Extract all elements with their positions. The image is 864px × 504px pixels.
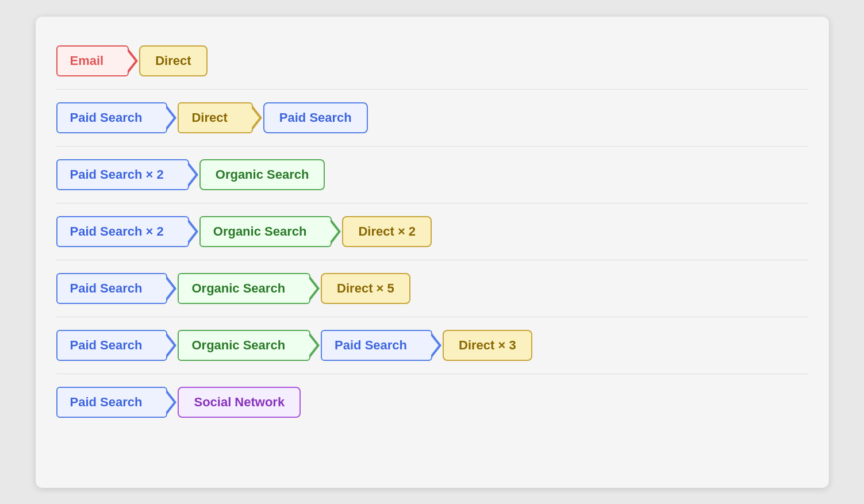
row-2: Paid SearchDirectPaid Search [56,90,808,147]
chip-wrap: Organic Search [178,273,316,304]
row-6: Paid SearchOrganic SearchPaid SearchDire… [56,317,808,374]
chip-blue-arrow[interactable]: Paid Search [56,330,168,361]
chip-green-arrow[interactable]: Organic Search [178,273,310,304]
chip-wrap: Direct [178,102,258,133]
chip-wrap: Paid Search [56,273,174,304]
chip-wrap: Email [56,45,135,76]
chip-blue-box[interactable]: Paid Search [263,102,368,133]
row-4: Paid Search × 2Organic SearchDirect × 2 [56,203,808,260]
chip-wrap: Social Network [178,387,301,418]
row-3: Paid Search × 2Organic Search [56,147,808,203]
chip-gold-arrow[interactable]: Direct [178,102,252,133]
chip-gold-box[interactable]: Direct × 3 [443,330,532,361]
chip-purple-box[interactable]: Social Network [178,387,301,418]
chip-wrap: Direct × 5 [321,273,410,304]
row-5: Paid SearchOrganic SearchDirect × 5 [56,260,808,317]
row-7: Paid SearchSocial Network [56,374,808,430]
row-1: EmailDirect [56,33,808,90]
chip-wrap: Organic Search [178,330,316,361]
chip-blue-arrow[interactable]: Paid Search × 2 [56,159,189,190]
chip-wrap: Organic Search [199,216,338,247]
chip-wrap: Paid Search [56,330,174,361]
chip-gold-box[interactable]: Direct × 2 [342,216,432,247]
chip-blue-arrow[interactable]: Paid Search [56,273,168,304]
chip-gold-box[interactable]: Direct × 5 [321,273,410,304]
chip-green-arrow[interactable]: Organic Search [178,330,310,361]
chip-blue-arrow[interactable]: Paid Search [56,102,168,133]
chip-blue-arrow[interactable]: Paid Search × 2 [56,216,189,247]
chip-wrap: Paid Search [56,102,174,133]
chip-blue-arrow[interactable]: Paid Search [56,387,168,418]
chip-gold-box[interactable]: Direct [139,45,207,76]
chip-wrap: Paid Search × 2 [56,159,195,190]
main-card: EmailDirectPaid SearchDirectPaid SearchP… [36,17,829,488]
chip-wrap: Direct × 3 [443,330,532,361]
chip-blue-arrow[interactable]: Paid Search [321,330,432,361]
chip-wrap: Paid Search [56,387,174,418]
chip-wrap: Paid Search [321,330,438,361]
chip-wrap: Direct [139,45,207,76]
chip-green-arrow[interactable]: Organic Search [199,216,332,247]
chip-wrap: Organic Search [199,159,325,190]
chip-green-box[interactable]: Organic Search [199,159,325,190]
chip-wrap: Paid Search [263,102,368,133]
chip-red-arrow[interactable]: Email [56,45,129,76]
chip-wrap: Direct × 2 [342,216,432,247]
chip-wrap: Paid Search × 2 [56,216,195,247]
